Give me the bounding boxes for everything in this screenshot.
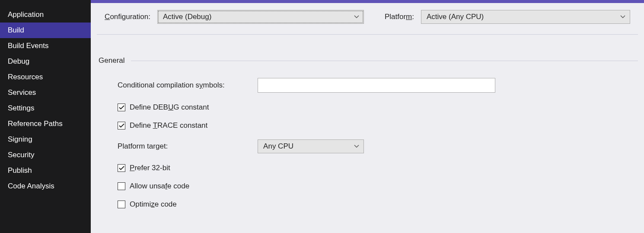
sidebar-item-reference-paths[interactable]: Reference Paths [0, 116, 91, 132]
sidebar-item-resources[interactable]: Resources [0, 69, 91, 85]
platform-target-row: Platform target: Any CPU [118, 139, 644, 153]
define-trace-checkbox[interactable] [118, 122, 125, 129]
accent-bar [91, 0, 644, 3]
allow-unsafe-label[interactable]: Allow unsafe code [130, 182, 189, 191]
platform-target-value: Any CPU [263, 142, 293, 151]
allow-unsafe-checkbox[interactable] [118, 182, 125, 190]
allow-unsafe-row: Allow unsafe code [118, 182, 644, 191]
platform-target-label: Platform target: [118, 142, 258, 151]
prefer-32bit-label[interactable]: Prefer 32-bit [130, 164, 170, 172]
sidebar-item-settings[interactable]: Settings [0, 100, 91, 116]
configuration-label: Configuration: [105, 13, 150, 21]
sidebar-item-security[interactable]: Security [0, 147, 91, 163]
symbols-row: Conditional compilation symbols: [118, 78, 644, 93]
optimize-label[interactable]: Optimize code [130, 200, 177, 209]
content-panel: Configuration: Active (Debug) Platform: … [91, 0, 644, 233]
optimize-checkbox[interactable] [118, 201, 125, 208]
optimize-row: Optimize code [118, 200, 644, 209]
section-title: General [99, 56, 131, 65]
sidebar-item-publish[interactable]: Publish [0, 163, 91, 178]
sidebar-item-services[interactable]: Services [0, 85, 91, 100]
define-debug-row: Define DEBUG constant [118, 103, 644, 112]
checkmark-icon [119, 123, 124, 128]
sidebar-item-debug[interactable]: Debug [0, 54, 91, 69]
define-trace-label[interactable]: Define TRACE constant [130, 121, 207, 130]
config-bar: Configuration: Active (Debug) Platform: … [97, 3, 638, 35]
sidebar: Application Build Build Events Debug Res… [0, 0, 91, 233]
chevron-down-icon [620, 15, 625, 19]
section-header: General [99, 56, 638, 65]
define-debug-checkbox[interactable] [118, 104, 125, 111]
platform-value: Active (Any CPU) [427, 13, 484, 21]
checkmark-icon [119, 166, 124, 170]
sidebar-item-build-events[interactable]: Build Events [0, 38, 91, 54]
checkmark-icon [119, 105, 124, 110]
prefer-32bit-checkbox[interactable] [118, 164, 125, 172]
configuration-value: Active (Debug) [163, 13, 211, 21]
section-divider [131, 61, 638, 61]
platform-label: Platform: [385, 13, 414, 21]
chevron-down-icon [354, 15, 359, 19]
sidebar-item-application[interactable]: Application [0, 7, 91, 23]
sidebar-item-signing[interactable]: Signing [0, 132, 91, 147]
chevron-down-icon [354, 145, 359, 148]
define-debug-label[interactable]: Define DEBUG constant [130, 103, 209, 112]
form-area: Conditional compilation symbols: Define … [91, 78, 644, 209]
prefer-32bit-row: Prefer 32-bit [118, 164, 644, 172]
symbols-label: Conditional compilation symbols: [118, 81, 258, 90]
platform-target-dropdown[interactable]: Any CPU [258, 139, 364, 153]
sidebar-item-code-analysis[interactable]: Code Analysis [0, 178, 91, 194]
sidebar-item-build[interactable]: Build [0, 23, 91, 38]
configuration-dropdown[interactable]: Active (Debug) [157, 10, 364, 24]
define-trace-row: Define TRACE constant [118, 121, 644, 130]
platform-dropdown[interactable]: Active (Any CPU) [421, 10, 630, 24]
symbols-input[interactable] [258, 78, 495, 93]
